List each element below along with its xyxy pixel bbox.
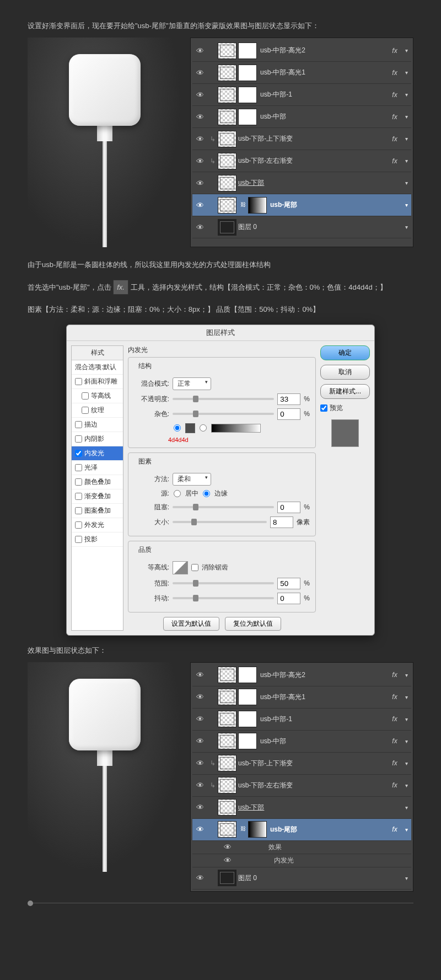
visibility-toggle-icon[interactable]: 👁 xyxy=(192,179,208,188)
fx-badge-icon[interactable]: fx xyxy=(388,671,401,679)
style-checkbox[interactable] xyxy=(75,421,82,428)
style-item[interactable]: 外发光 xyxy=(72,518,123,532)
choke-input[interactable] xyxy=(277,502,300,513)
visibility-toggle-icon[interactable]: 👁 xyxy=(192,670,208,679)
expand-caret-icon[interactable]: ▾ xyxy=(401,92,411,98)
expand-caret-icon[interactable]: ▾ xyxy=(401,760,411,766)
layer-row[interactable]: 👁↳usb-下部-上下渐变fx▾ xyxy=(192,753,411,775)
color-radio-solid[interactable] xyxy=(174,424,181,432)
opacity-input[interactable] xyxy=(277,393,300,405)
layer-row[interactable]: 👁usb-下部▾ xyxy=(192,172,411,194)
fx-badge-icon[interactable]: fx xyxy=(388,91,401,99)
effects-row[interactable]: 👁效果 xyxy=(192,841,411,854)
preview-checkbox-row[interactable]: 预览 xyxy=(320,403,370,413)
fx-badge-icon[interactable]: fx xyxy=(388,69,401,77)
style-checkbox[interactable] xyxy=(82,392,89,400)
fx-badge-icon[interactable]: fx xyxy=(388,157,401,165)
color-swatch[interactable] xyxy=(185,423,195,433)
layer-thumbnail[interactable] xyxy=(218,197,236,214)
layer-name-label[interactable]: usb-尾部 xyxy=(270,200,388,210)
visibility-toggle-icon[interactable]: 👁 xyxy=(192,201,208,210)
layer-mask-thumbnail[interactable] xyxy=(238,733,257,749)
gradient-picker[interactable] xyxy=(211,424,261,433)
expand-caret-icon[interactable]: ▾ xyxy=(401,47,411,54)
style-item[interactable]: 描边 xyxy=(72,418,123,432)
style-checkbox[interactable] xyxy=(75,507,82,514)
layer-thumbnail[interactable] xyxy=(218,799,236,816)
expand-caret-icon[interactable]: ▾ xyxy=(401,224,411,230)
layer-name-label[interactable]: usb-下部-上下渐变 xyxy=(238,759,388,768)
visibility-toggle-icon[interactable]: 👁 xyxy=(192,781,208,790)
visibility-toggle-icon[interactable]: 👁 xyxy=(192,135,208,143)
fx-badge-icon[interactable]: fx xyxy=(388,781,401,789)
expand-caret-icon[interactable]: ▾ xyxy=(401,114,411,120)
fx-badge-icon[interactable]: fx xyxy=(388,47,401,55)
expand-caret-icon[interactable]: ▾ xyxy=(401,202,411,208)
layer-thumbnail[interactable] xyxy=(218,667,236,683)
expand-caret-icon[interactable]: ▾ xyxy=(401,738,411,744)
layer-thumbnail[interactable] xyxy=(218,65,236,81)
layer-name-label[interactable]: 图层 0 xyxy=(238,874,388,883)
layer-row[interactable]: 👁usb-中部-高光2fx▾ xyxy=(192,664,411,686)
fx-badge-icon[interactable]: fx xyxy=(388,135,401,143)
style-checkbox[interactable] xyxy=(75,521,82,529)
visibility-toggle-icon[interactable]: 👁 xyxy=(192,157,208,166)
style-item[interactable]: 投影 xyxy=(72,532,123,547)
fx-badge-icon[interactable]: fx xyxy=(388,113,401,121)
visibility-toggle-icon[interactable]: 👁 xyxy=(192,46,208,55)
style-item[interactable]: 光泽 xyxy=(72,461,123,475)
style-item[interactable]: 内发光 xyxy=(72,446,123,461)
layer-row[interactable]: 👁图层 0▾ xyxy=(192,216,411,238)
layer-thumbnail[interactable] xyxy=(218,219,236,236)
layer-thumbnail[interactable] xyxy=(218,175,236,191)
layer-row[interactable]: 👁usb-下部▾ xyxy=(192,797,411,819)
layer-name-label[interactable]: usb-中部 xyxy=(260,737,388,746)
size-slider[interactable] xyxy=(173,521,267,523)
layer-thumbnail[interactable] xyxy=(218,711,236,727)
style-checkbox[interactable] xyxy=(75,478,82,486)
layer-mask-thumbnail[interactable] xyxy=(238,109,257,125)
expand-caret-icon[interactable]: ▾ xyxy=(401,875,411,881)
style-item[interactable]: 纹理 xyxy=(72,403,123,418)
layer-name-label[interactable]: usb-下部 xyxy=(238,803,388,812)
visibility-toggle-icon[interactable]: 👁 xyxy=(192,113,208,121)
layer-name-label[interactable]: 图层 0 xyxy=(238,222,388,232)
technique-select[interactable]: 柔和 xyxy=(173,473,211,486)
layer-row[interactable]: 👁usb-中部-高光2fx▾ xyxy=(192,40,411,62)
expand-caret-icon[interactable]: ▾ xyxy=(401,136,411,142)
style-item[interactable]: 等高线 xyxy=(72,389,123,403)
link-icon[interactable]: ⛓ xyxy=(239,201,247,209)
layer-thumbnail[interactable] xyxy=(218,821,236,838)
style-item[interactable]: 图案叠加 xyxy=(72,504,123,518)
preview-checkbox[interactable] xyxy=(320,404,327,412)
layer-thumbnail[interactable] xyxy=(218,109,236,125)
layer-name-label[interactable]: usb-下部-左右渐变 xyxy=(238,156,388,166)
layer-name-label[interactable]: usb-中部-1 xyxy=(260,90,388,99)
layer-mask-thumbnail[interactable] xyxy=(238,65,257,81)
set-default-button[interactable]: 设置为默认值 xyxy=(163,617,219,631)
fx-badge-icon[interactable]: fx xyxy=(388,693,401,701)
expand-caret-icon[interactable]: ▾ xyxy=(401,180,411,186)
visibility-toggle-icon[interactable]: 👁 xyxy=(192,803,208,812)
layer-mask-thumbnail[interactable] xyxy=(238,689,257,705)
layer-mask-thumbnail[interactable] xyxy=(248,197,267,214)
expand-caret-icon[interactable]: ▾ xyxy=(401,70,411,76)
layer-thumbnail[interactable] xyxy=(218,42,236,59)
expand-caret-icon[interactable]: ▾ xyxy=(401,716,411,722)
range-slider[interactable] xyxy=(173,582,274,584)
expand-caret-icon[interactable]: ▾ xyxy=(401,827,411,833)
layer-thumbnail[interactable] xyxy=(218,733,236,749)
visibility-toggle-icon[interactable]: 👁 xyxy=(192,90,208,99)
layer-mask-thumbnail[interactable] xyxy=(238,87,257,103)
noise-input[interactable] xyxy=(277,408,300,420)
style-item[interactable]: 斜面和浮雕 xyxy=(72,375,123,389)
layer-row[interactable]: 👁usb-中部-高光1fx▾ xyxy=(192,62,411,84)
layer-row[interactable]: 👁usb-中部-1fx▾ xyxy=(192,709,411,731)
style-item[interactable]: 内阴影 xyxy=(72,432,123,446)
layer-row[interactable]: 👁usb-中部-高光1fx▾ xyxy=(192,686,411,709)
visibility-toggle-icon[interactable]: 👁 xyxy=(192,693,208,701)
layer-name-label[interactable]: usb-下部-上下渐变 xyxy=(238,134,388,143)
layer-row[interactable]: 👁↳usb-下部-上下渐变fx▾ xyxy=(192,128,411,150)
style-checkbox[interactable] xyxy=(75,450,82,457)
visibility-toggle-icon[interactable]: 👁 xyxy=(192,759,208,768)
